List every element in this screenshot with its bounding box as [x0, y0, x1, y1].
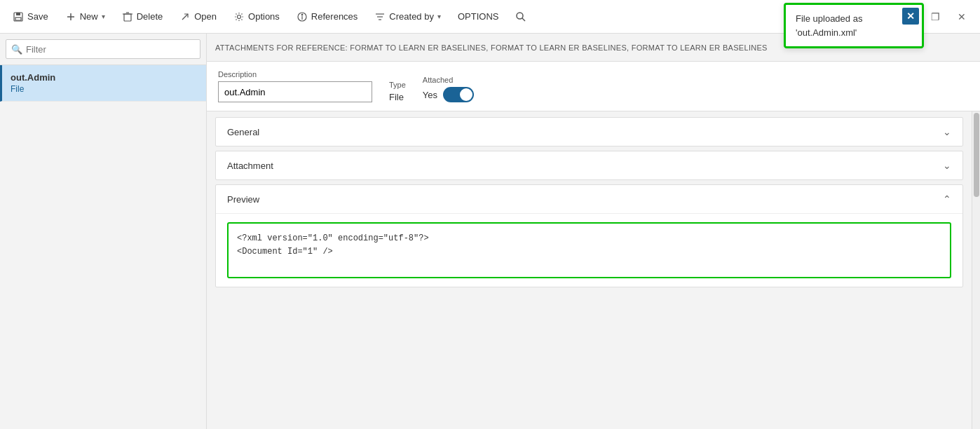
- plus-icon: [65, 11, 76, 22]
- close-button[interactable]: ✕: [949, 4, 974, 29]
- svg-point-9: [238, 15, 241, 18]
- attached-value: Yes: [423, 90, 437, 100]
- search-icon: [515, 11, 526, 22]
- scroll-track[interactable]: [972, 111, 980, 429]
- new-chevron: ▾: [102, 13, 105, 20]
- new-label: New: [80, 11, 98, 22]
- notification-line2: 'out.Admin.xml': [796, 27, 857, 38]
- preview-content: <?xml version="1.0" encoding="utf-8"?> <…: [227, 222, 951, 278]
- sidebar-item-name: out.Admin: [11, 72, 198, 83]
- description-field: Description: [218, 70, 372, 102]
- svg-rect-2: [15, 18, 21, 20]
- restore-icon: ❐: [931, 11, 940, 22]
- sidebar-items: out.Admin File: [0, 65, 206, 429]
- search-button[interactable]: [508, 7, 533, 27]
- gear-icon: [233, 11, 245, 22]
- toolbar: Save New ▾ Delete Open Options: [0, 0, 980, 34]
- section-attachment-chevron: ⌄: [943, 160, 951, 171]
- filter-input[interactable]: [6, 39, 200, 59]
- references-button[interactable]: References: [290, 7, 365, 27]
- section-general-title: General: [227, 127, 259, 137]
- sidebar-item-sub: File: [11, 84, 198, 94]
- attached-field: Attached Yes: [423, 76, 474, 102]
- delete-icon: [122, 11, 133, 22]
- section-attachment-header[interactable]: Attachment ⌄: [216, 151, 962, 179]
- sidebar: 🔍 out.Admin File: [0, 34, 207, 429]
- svg-line-8: [182, 14, 188, 20]
- form-area: Description Type File Attached Yes: [207, 62, 980, 111]
- section-preview-chevron: ⌃: [943, 193, 951, 205]
- content-header-text: ATTACHMENTS FOR REFERENCE: FORMAT TO LEA…: [215, 43, 768, 52]
- options-label: Options: [248, 11, 280, 22]
- section-attachment: Attachment ⌄: [215, 151, 963, 180]
- filter-icon: [374, 11, 386, 22]
- notification-text: File uploaded as 'out.Admin.xml': [796, 12, 897, 39]
- open-icon: [179, 11, 191, 22]
- sections-area: General ⌄ Attachment ⌄ Preview ⌃: [207, 111, 972, 429]
- sidebar-filter-area: 🔍: [0, 34, 206, 65]
- svg-point-12: [301, 14, 303, 15]
- svg-line-17: [522, 18, 525, 21]
- svg-point-16: [517, 13, 523, 19]
- toggle-knob: [460, 88, 472, 101]
- options-caps-button[interactable]: OPTIONS: [451, 7, 506, 26]
- content-area: ATTACHMENTS FOR REFERENCE: FORMAT TO LEA…: [207, 34, 980, 429]
- new-button[interactable]: New ▾: [58, 7, 112, 27]
- main-layout: 🔍 out.Admin File ATTACHMENTS FOR REFEREN…: [0, 34, 980, 429]
- section-general-header[interactable]: General ⌄: [216, 118, 962, 146]
- section-preview: Preview ⌃ <?xml version="1.0" encoding="…: [215, 184, 963, 287]
- open-button[interactable]: Open: [172, 7, 224, 27]
- save-button[interactable]: Save: [6, 7, 55, 27]
- description-input[interactable]: [218, 81, 372, 102]
- svg-rect-1: [16, 13, 20, 15]
- preview-line1: <?xml version="1.0" encoding="utf-8"?>: [237, 232, 941, 245]
- sidebar-item-out-admin[interactable]: out.Admin File: [0, 65, 206, 102]
- created-by-button[interactable]: Created by ▾: [367, 7, 448, 27]
- references-label: References: [311, 11, 358, 22]
- delete-button[interactable]: Delete: [115, 7, 170, 27]
- description-label: Description: [218, 70, 372, 79]
- created-by-label: Created by: [389, 11, 434, 22]
- scroll-thumb: [974, 113, 979, 197]
- options-caps-label: OPTIONS: [458, 11, 499, 22]
- notification-line1: File uploaded as: [796, 13, 862, 24]
- created-by-chevron: ▾: [437, 13, 441, 20]
- attached-toggle-container: Yes: [423, 87, 474, 102]
- filter-search-icon: 🔍: [11, 44, 22, 55]
- close-icon: ✕: [958, 11, 966, 22]
- notification-close-button[interactable]: ✕: [902, 8, 919, 25]
- type-field: Type File: [389, 81, 406, 102]
- delete-label: Delete: [137, 11, 163, 22]
- notification-popup: File uploaded as 'out.Admin.xml' ✕: [784, 3, 924, 48]
- references-icon: [297, 11, 308, 22]
- restore-button[interactable]: ❐: [923, 4, 948, 29]
- section-attachment-title: Attachment: [227, 161, 273, 171]
- open-label: Open: [194, 11, 217, 22]
- attached-toggle[interactable]: [443, 87, 474, 102]
- type-value: File: [389, 92, 406, 102]
- section-general: General ⌄: [215, 117, 963, 147]
- section-preview-body: <?xml version="1.0" encoding="utf-8"?> <…: [216, 213, 962, 287]
- section-preview-header[interactable]: Preview ⌃: [216, 185, 962, 213]
- save-icon: [13, 11, 24, 22]
- preview-line2: <Document Id="1" />: [237, 245, 941, 259]
- options-button[interactable]: Options: [226, 7, 287, 27]
- type-label: Type: [389, 81, 406, 89]
- save-label: Save: [27, 11, 48, 22]
- svg-rect-5: [124, 14, 131, 21]
- attached-label: Attached: [423, 76, 474, 84]
- section-preview-title: Preview: [227, 194, 259, 205]
- section-general-chevron: ⌄: [943, 126, 951, 137]
